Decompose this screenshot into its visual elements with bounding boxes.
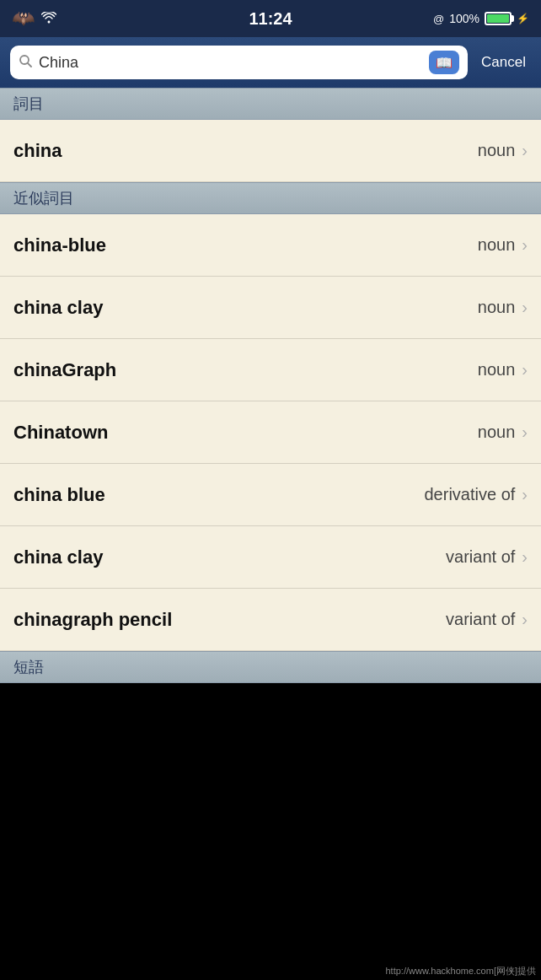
item-word: china clay xyxy=(13,297,103,319)
chevron-right-icon: › xyxy=(522,360,528,380)
item-right: noun › xyxy=(478,235,528,255)
item-type: noun xyxy=(478,423,516,442)
watermark: http://www.hackhome.com[网侠]提供 xyxy=(381,962,542,980)
list-item[interactable]: china noun › xyxy=(0,120,541,182)
item-right: variant of › xyxy=(446,610,528,629)
item-word: china xyxy=(13,140,62,162)
item-type: variant of xyxy=(446,610,515,629)
search-bar: 📖 Cancel xyxy=(0,37,541,88)
list-item[interactable]: china blue derivative of › xyxy=(0,464,541,526)
wifi-icon xyxy=(41,12,56,26)
status-bar: 🦇 11:24 @ 100% ⚡ xyxy=(0,0,541,37)
item-type: noun xyxy=(478,360,516,380)
bolt-icon: ⚡ xyxy=(517,13,529,24)
chevron-right-icon: › xyxy=(522,235,528,255)
list-item[interactable]: china clay variant of › xyxy=(0,526,541,589)
item-word: chinaGraph xyxy=(13,359,116,381)
item-right: noun › xyxy=(478,360,528,380)
list-item[interactable]: china-blue noun › xyxy=(0,214,541,277)
item-type: noun xyxy=(478,235,516,255)
status-time: 11:24 xyxy=(249,9,292,29)
item-word: chinagraph pencil xyxy=(13,609,172,631)
chevron-right-icon: › xyxy=(522,423,528,442)
item-right: derivative of › xyxy=(424,485,528,504)
item-right: noun › xyxy=(478,423,528,442)
lock-icon: @ xyxy=(433,13,444,25)
chevron-right-icon: › xyxy=(522,298,528,317)
cancel-button[interactable]: Cancel xyxy=(476,51,531,74)
battery-icon xyxy=(485,12,512,25)
item-word: Chinatown xyxy=(13,422,108,444)
item-word: china blue xyxy=(13,484,105,506)
book-icon: 📖 xyxy=(436,55,453,71)
item-word: china clay xyxy=(13,547,103,568)
item-type: variant of xyxy=(446,547,515,567)
batman-icon: 🦇 xyxy=(12,8,35,30)
item-word: china-blue xyxy=(13,234,106,256)
battery-fill xyxy=(487,14,509,23)
status-right: @ 100% ⚡ xyxy=(433,12,529,25)
item-right: noun › xyxy=(478,298,528,317)
status-left: 🦇 xyxy=(12,8,56,30)
item-right: variant of › xyxy=(446,547,528,567)
chevron-right-icon: › xyxy=(522,485,528,504)
chevron-right-icon: › xyxy=(522,610,528,629)
list-item[interactable]: Chinatown noun › xyxy=(0,401,541,464)
section-header-exact: 詞目 xyxy=(0,88,541,120)
chevron-right-icon: › xyxy=(522,141,528,160)
search-input[interactable] xyxy=(39,54,422,72)
item-type: noun xyxy=(478,141,516,160)
section-header-similar: 近似詞目 xyxy=(0,182,541,214)
chevron-right-icon: › xyxy=(522,547,528,567)
section-header-phrases: 短語 xyxy=(0,651,541,683)
search-input-wrap: 📖 xyxy=(10,46,468,79)
list-item[interactable]: chinagraph pencil variant of › xyxy=(0,589,541,651)
battery-percent: 100% xyxy=(449,12,479,25)
item-right: noun › xyxy=(478,141,528,160)
list-item[interactable]: chinaGraph noun › xyxy=(0,339,541,401)
list-item[interactable]: china clay noun › xyxy=(0,277,541,339)
item-type: noun xyxy=(478,298,516,317)
book-button[interactable]: 📖 xyxy=(429,51,459,74)
item-type: derivative of xyxy=(424,485,515,504)
svg-line-1 xyxy=(28,63,31,67)
search-icon xyxy=(19,54,32,71)
